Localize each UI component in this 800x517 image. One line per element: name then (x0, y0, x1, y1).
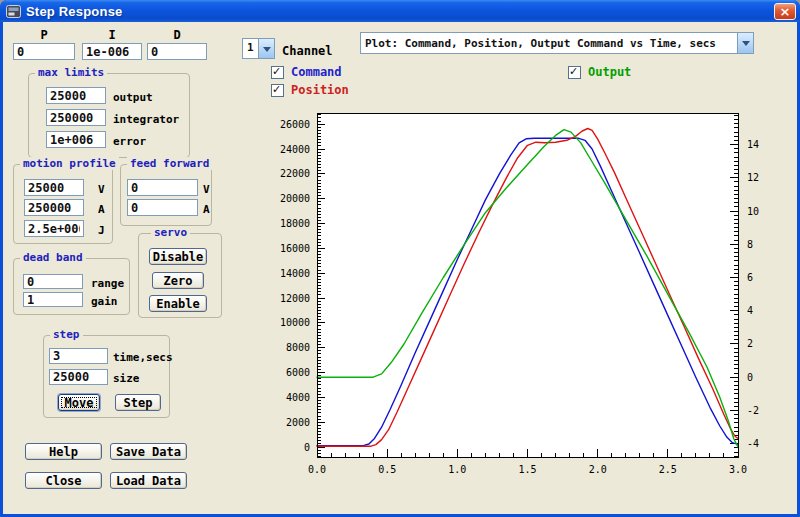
i-input[interactable] (82, 43, 142, 60)
save-data-button[interactable]: Save Data (110, 443, 187, 460)
svg-text:8000: 8000 (286, 342, 310, 353)
command-checkbox-label: Command (291, 65, 342, 79)
svg-text:20000: 20000 (280, 193, 310, 204)
max-output-input[interactable] (46, 87, 106, 104)
chevron-down-icon[interactable] (258, 39, 274, 58)
servo-group-title: servo (151, 226, 190, 239)
step-button[interactable]: Step (115, 394, 161, 411)
p-label: P (13, 28, 75, 42)
svg-text:2.5: 2.5 (659, 464, 677, 475)
deadband-range-input[interactable] (23, 274, 83, 289)
profile-j-input[interactable] (24, 220, 84, 237)
feed-forward-group: feed forward V A (120, 164, 212, 226)
step-size-input[interactable] (49, 369, 108, 385)
output-checkbox[interactable]: ✓ (568, 66, 581, 79)
svg-text:22000: 22000 (280, 168, 310, 179)
svg-text:26000: 26000 (280, 119, 310, 130)
svg-text:-2: -2 (747, 405, 759, 416)
check-icon: ✓ (569, 65, 578, 78)
svg-text:24000: 24000 (280, 144, 310, 155)
profile-a-label: A (98, 203, 105, 216)
output-checkbox-label: Output (588, 65, 631, 79)
svg-text:4: 4 (747, 305, 753, 316)
position-checkbox[interactable]: ✓ (271, 84, 284, 97)
svg-text:8: 8 (747, 239, 753, 250)
max-error-input[interactable] (46, 131, 106, 148)
dead-band-group-title: dead band (20, 251, 86, 264)
load-data-button[interactable]: Load Data (110, 472, 187, 489)
profile-v-label: V (98, 183, 105, 196)
svg-text:12000: 12000 (280, 293, 310, 304)
svg-text:1.5: 1.5 (518, 464, 536, 475)
servo-zero-button[interactable]: Zero (152, 272, 204, 289)
max-error-label: error (113, 135, 146, 148)
close-icon: × (780, 4, 791, 19)
channel-select[interactable]: 1 (242, 38, 275, 59)
svg-text:12: 12 (747, 172, 759, 183)
max-limits-group: max limits output integrator error (28, 73, 190, 158)
svg-text:1.0: 1.0 (448, 464, 466, 475)
servo-group: servo Disable Zero Enable (138, 233, 222, 318)
position-checkbox-label: Position (291, 83, 349, 97)
close-dialog-button[interactable]: Close (25, 472, 102, 489)
d-label: D (147, 28, 207, 42)
plot-select[interactable]: Plot: Command, Position, Output Command … (360, 32, 754, 54)
svg-text:-4: -4 (747, 438, 759, 449)
step-group: step time,secs size Move Step (43, 335, 170, 418)
svg-text:0: 0 (747, 372, 753, 383)
motion-profile-group-title: motion profile (20, 157, 119, 170)
svg-text:0: 0 (304, 442, 310, 453)
dead-band-group: dead band range gain (13, 258, 130, 315)
command-checkbox[interactable]: ✓ (271, 66, 284, 79)
svg-text:6000: 6000 (286, 367, 310, 378)
dialog-client-area: P I D 1 Channel Plot: Command, Position,… (3, 22, 797, 514)
max-integrator-input[interactable] (46, 109, 106, 126)
d-input[interactable] (147, 43, 207, 60)
svg-text:4000: 4000 (286, 392, 310, 403)
plot-select-value: Plot: Command, Position, Output Command … (365, 37, 735, 50)
feed-forward-group-title: feed forward (127, 157, 212, 170)
svg-text:16000: 16000 (280, 243, 310, 254)
deadband-gain-input[interactable] (23, 292, 83, 307)
svg-text:14000: 14000 (280, 268, 310, 279)
svg-text:2.0: 2.0 (589, 464, 607, 475)
p-input[interactable] (13, 43, 75, 60)
svg-text:10: 10 (747, 206, 759, 217)
svg-text:3.0: 3.0 (729, 464, 747, 475)
svg-text:2000: 2000 (286, 417, 310, 428)
max-limits-group-title: max limits (35, 66, 107, 79)
check-icon: ✓ (272, 65, 281, 78)
i-label: I (82, 28, 142, 42)
svg-text:2: 2 (747, 338, 753, 349)
chevron-down-icon[interactable] (737, 33, 753, 53)
window-title: Step Response (26, 4, 123, 19)
profile-v-input[interactable] (24, 179, 84, 196)
servo-disable-button[interactable]: Disable (149, 248, 207, 265)
servo-enable-button[interactable]: Enable (149, 295, 207, 312)
titlebar: Step Response × (0, 0, 800, 22)
move-button[interactable]: Move (58, 394, 100, 411)
svg-text:0.0: 0.0 (308, 464, 326, 475)
deadband-gain-label: gain (91, 295, 118, 308)
help-button[interactable]: Help (25, 443, 102, 460)
profile-a-input[interactable] (24, 199, 84, 216)
ff-v-input[interactable] (127, 179, 198, 196)
app-icon (6, 4, 22, 18)
svg-text:6: 6 (747, 272, 753, 283)
channel-value: 1 (247, 41, 256, 54)
channel-label: Channel (282, 44, 333, 58)
step-response-plot: 0200040006000800010000120001400016000180… (260, 107, 795, 487)
svg-text:14: 14 (747, 139, 759, 150)
step-group-title: step (50, 328, 83, 341)
step-response-window: Step Response × P I D 1 Channel Plot: Co… (0, 0, 800, 517)
step-size-label: size (113, 372, 140, 385)
close-button[interactable]: × (774, 3, 796, 20)
check-icon: ✓ (272, 83, 281, 96)
svg-text:10000: 10000 (280, 317, 310, 328)
step-time-input[interactable] (49, 348, 108, 364)
deadband-range-label: range (91, 277, 124, 290)
ff-a-input[interactable] (127, 199, 198, 216)
motion-profile-group: motion profile V A J (13, 164, 113, 244)
svg-text:0.5: 0.5 (378, 464, 396, 475)
svg-text:18000: 18000 (280, 218, 310, 229)
